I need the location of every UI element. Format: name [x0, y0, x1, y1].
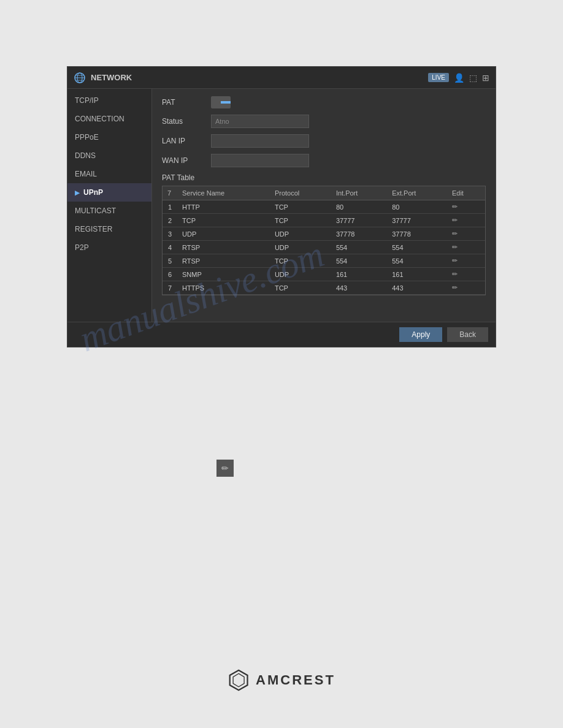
row-intport: 554	[331, 241, 387, 254]
row-edit[interactable]: ✏	[447, 281, 485, 295]
row-intport: 443	[331, 281, 387, 295]
pat-label: PAT	[162, 98, 211, 107]
row-edit[interactable]: ✏	[447, 241, 485, 254]
network-icon	[74, 72, 86, 84]
user-icon[interactable]: 👤	[454, 73, 464, 83]
sidebar-item-tcp-ip[interactable]: TCP/IP	[67, 91, 151, 110]
apply-button[interactable]: Apply	[399, 327, 442, 342]
active-arrow-icon: ▶	[75, 189, 80, 196]
row-edit[interactable]: ✏	[447, 268, 485, 281]
row-extport: 37777	[387, 214, 447, 227]
pat-table: 7 Service Name Protocol Int.Port Ext.Por…	[163, 186, 485, 295]
row-protocol: UDP	[270, 241, 331, 254]
row-extport: 554	[387, 241, 447, 254]
row-protocol: TCP	[270, 254, 331, 268]
lan-ip-input[interactable]	[211, 134, 309, 148]
sidebar-item-p2p[interactable]: P2P	[67, 238, 151, 257]
row-num: 6	[163, 268, 177, 281]
row-intport: 37778	[331, 227, 387, 241]
wan-ip-input[interactable]	[211, 154, 309, 167]
row-service: UDP	[177, 227, 270, 241]
col-num-header: 7	[163, 186, 177, 200]
status-input[interactable]	[211, 115, 309, 128]
sidebar-item-email[interactable]: EMAIL	[67, 165, 151, 183]
row-extport: 554	[387, 254, 447, 268]
row-extport: 443	[387, 281, 447, 295]
pat-row: PAT	[162, 96, 486, 108]
sidebar-item-pppoe[interactable]: PPPoE	[67, 128, 151, 146]
row-protocol: UDP	[270, 268, 331, 281]
sidebar-item-connection[interactable]: CONNECTION	[67, 110, 151, 128]
table-header-row: 7 Service Name Protocol Int.Port Ext.Por…	[163, 186, 485, 200]
sidebar-item-label: PPPoE	[75, 133, 99, 142]
row-edit[interactable]: ✏	[447, 227, 485, 241]
header-title: NETWORK	[91, 73, 428, 82]
row-num: 2	[163, 214, 177, 227]
col-extport-header: Ext.Port	[387, 186, 447, 200]
table-row: 2 TCP TCP 37777 37777 ✏	[163, 214, 485, 227]
lan-ip-label: LAN IP	[162, 137, 211, 145]
sidebar-item-label: MULTICAST	[75, 207, 116, 215]
row-num: 3	[163, 227, 177, 241]
row-extport: 37778	[387, 227, 447, 241]
sidebar-item-ddns[interactable]: DDNS	[67, 146, 151, 165]
row-num: 4	[163, 241, 177, 254]
sidebar-item-upnp[interactable]: ▶ UPnP	[67, 183, 151, 202]
pat-table-wrapper: 7 Service Name Protocol Int.Port Ext.Por…	[162, 186, 486, 295]
row-service: HTTPS	[177, 281, 270, 295]
table-row: 5 RTSP TCP 554 554 ✏	[163, 254, 485, 268]
row-intport: 554	[331, 254, 387, 268]
edit-icon: ✏	[452, 203, 458, 210]
lan-ip-row: LAN IP	[162, 134, 486, 148]
row-extport: 161	[387, 268, 447, 281]
back-button[interactable]: Back	[447, 327, 488, 342]
sidebar-item-multicast[interactable]: MULTICAST	[67, 202, 151, 220]
edit-icon: ✏	[452, 257, 458, 264]
main-panel: PAT Status LAN IP	[152, 89, 496, 322]
row-service: RTSP	[177, 241, 270, 254]
row-intport: 161	[331, 268, 387, 281]
sidebar-item-label: EMAIL	[75, 170, 97, 178]
row-intport: 37777	[331, 214, 387, 227]
row-edit[interactable]: ✏	[447, 200, 485, 214]
row-service: TCP	[177, 214, 270, 227]
row-protocol: TCP	[270, 214, 331, 227]
status-row: Status	[162, 115, 486, 128]
ui-window: NETWORK LIVE 👤 ⬚ ⊞ TCP/IP CONNECTION PPP…	[67, 66, 496, 347]
row-protocol: TCP	[270, 281, 331, 295]
col-edit-header: Edit	[447, 186, 485, 200]
sidebar-item-label: DDNS	[75, 151, 96, 160]
sidebar-item-label: UPnP	[83, 188, 103, 197]
edit-icon: ✏	[452, 216, 458, 224]
pat-table-section-label: PAT Table	[162, 173, 486, 182]
content-area: TCP/IP CONNECTION PPPoE DDNS EMAIL ▶ UPn…	[67, 89, 496, 322]
row-num: 5	[163, 254, 177, 268]
brand-name: AMCREST	[256, 672, 335, 688]
row-num: 7	[163, 281, 177, 295]
live-badge: LIVE	[428, 73, 449, 82]
row-protocol: TCP	[270, 200, 331, 214]
toggle-off	[211, 101, 221, 104]
toggle-on	[221, 101, 231, 104]
row-protocol: UDP	[270, 227, 331, 241]
row-service: HTTP	[177, 200, 270, 214]
branding: AMCREST	[228, 669, 335, 691]
edit-icon: ✏	[452, 230, 458, 237]
col-service-header: Service Name	[177, 186, 270, 200]
footer-bar: Apply Back	[67, 322, 496, 347]
row-service: RTSP	[177, 254, 270, 268]
floating-edit-box[interactable]: ✏	[216, 460, 234, 477]
svg-marker-6	[233, 673, 244, 687]
menu-icon[interactable]: ⊞	[482, 73, 489, 83]
col-protocol-header: Protocol	[270, 186, 331, 200]
export-icon[interactable]: ⬚	[469, 73, 477, 83]
row-edit[interactable]: ✏	[447, 214, 485, 227]
status-label: Status	[162, 117, 211, 126]
table-row: 6 SNMP UDP 161 161 ✏	[163, 268, 485, 281]
edit-icon: ✏	[452, 270, 458, 278]
row-edit[interactable]: ✏	[447, 254, 485, 268]
floating-edit-icon: ✏	[221, 463, 229, 473]
pat-toggle[interactable]	[211, 96, 231, 108]
col-intport-header: Int.Port	[331, 186, 387, 200]
sidebar-item-register[interactable]: REGISTER	[67, 220, 151, 238]
